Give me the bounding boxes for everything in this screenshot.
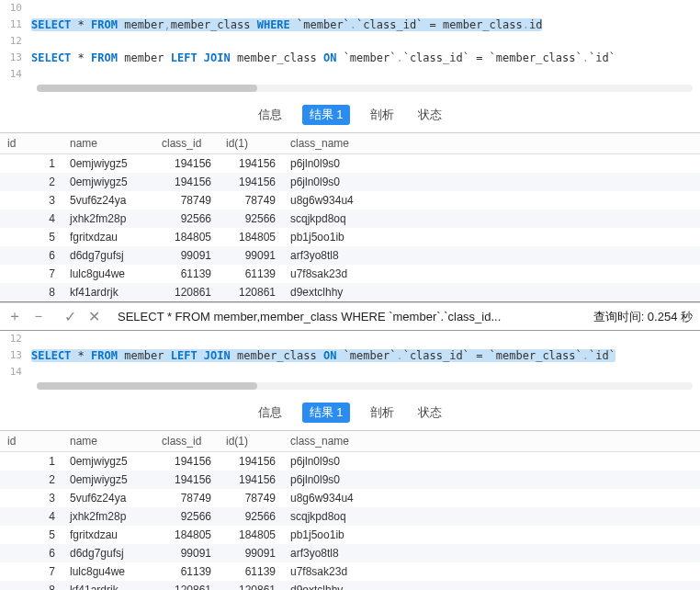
table-row[interactable]: 7lulc8gu4we6113961139u7f8sak23d <box>0 562 700 581</box>
tab-profile[interactable]: 剖析 <box>367 403 398 423</box>
code-line[interactable]: 11SELECT * FROM member,member_class WHER… <box>0 17 700 33</box>
code-line[interactable]: 12 <box>0 33 700 50</box>
col-header-id[interactable]: id <box>0 431 62 452</box>
tab-profile[interactable]: 剖析 <box>367 105 398 125</box>
sql-editor[interactable]: 1011SELECT * FROM member,member_class WH… <box>0 0 700 97</box>
cell-rownum: 3 <box>28 191 62 210</box>
cell-name: 0emjwiygz5 <box>62 154 154 174</box>
cell-class-name: d9extclhhy <box>283 283 393 301</box>
cell-id1: 120861 <box>219 283 283 301</box>
cell-id1: 92566 <box>219 507 283 526</box>
cell-class-name: p6jln0l9s0 <box>283 471 393 489</box>
line-number: 12 <box>0 331 31 347</box>
add-row-icon[interactable]: ＋ <box>7 307 22 326</box>
scrollbar-thumb[interactable] <box>37 382 257 390</box>
cell-class-name: d9extclhhy <box>283 581 393 590</box>
line-number: 13 <box>0 50 31 66</box>
cell-class-id: 61139 <box>154 265 219 283</box>
cell-name: kf41ardrjk <box>62 283 154 301</box>
result-grid[interactable]: idnameclass_idid(1)class_name10emjwiygz5… <box>0 132 700 302</box>
code-content[interactable] <box>31 364 700 380</box>
col-header-id1[interactable]: id(1) <box>219 431 283 452</box>
table-row[interactable]: 4jxhk2fm28p9256692566scqjkpd8oq <box>0 210 700 228</box>
table-row[interactable]: 35vuf6z24ya7874978749u8g6w934u4 <box>0 489 700 507</box>
col-header-class-id[interactable]: class_id <box>154 133 219 154</box>
code-line[interactable]: 12 <box>0 331 700 347</box>
cell-rownum: 8 <box>28 283 62 301</box>
remove-row-icon[interactable]: － <box>31 307 46 326</box>
col-header-class-name[interactable]: class_name <box>283 133 393 154</box>
cell-name: lulc8gu4we <box>62 562 154 581</box>
code-line[interactable]: 13SELECT * FROM member LEFT JOIN member_… <box>0 50 700 66</box>
tab-status[interactable]: 状态 <box>414 105 446 125</box>
cell-id1: 78749 <box>219 191 283 210</box>
cell-rownum: 6 <box>28 544 62 562</box>
table-row[interactable]: 20emjwiygz5194156194156p6jln0l9s0 <box>0 471 700 489</box>
table-row[interactable]: 6d6dg7gufsj9909199091arf3yo8tl8 <box>0 246 700 265</box>
code-content[interactable] <box>31 66 700 83</box>
result-grid[interactable]: idnameclass_idid(1)class_name10emjwiygz5… <box>0 430 700 590</box>
col-header-name[interactable]: name <box>62 431 154 452</box>
code-content[interactable] <box>31 0 700 17</box>
code-content[interactable]: SELECT * FROM member LEFT JOIN member_cl… <box>31 50 700 66</box>
code-content[interactable]: SELECT * FROM member,member_class WHERE … <box>31 17 700 33</box>
code-content[interactable] <box>31 331 700 347</box>
tab-result[interactable]: 结果 1 <box>302 403 351 423</box>
table-row[interactable]: 10emjwiygz5194156194156p6jln0l9s0 <box>0 452 700 471</box>
line-number: 14 <box>0 66 31 83</box>
cell-name: jxhk2fm28p <box>62 210 154 228</box>
cell-class-id: 78749 <box>154 489 219 507</box>
table-row[interactable]: 5fgritxdzau184805184805pb1j5oo1ib <box>0 228 700 246</box>
cell-class-id: 194156 <box>154 471 219 489</box>
cancel-icon[interactable]: ✕ <box>86 308 101 325</box>
cell-id1: 61139 <box>219 562 283 581</box>
tab-info[interactable]: 信息 <box>254 403 286 423</box>
horizontal-scrollbar[interactable] <box>37 382 693 390</box>
cell-class-name: u8g6w934u4 <box>283 489 393 507</box>
sql-editor[interactable]: 1213SELECT * FROM member LEFT JOIN membe… <box>0 331 700 395</box>
cell-class-name: scqjkpd8oq <box>283 210 393 228</box>
code-line[interactable]: 14 <box>0 66 700 83</box>
table-row[interactable]: 8kf41ardrjk120861120861d9extclhhy <box>0 283 700 301</box>
line-number: 12 <box>0 33 31 50</box>
horizontal-scrollbar[interactable] <box>37 85 693 92</box>
code-line[interactable]: 10 <box>0 0 700 17</box>
table-row[interactable]: 20emjwiygz5194156194156p6jln0l9s0 <box>0 173 700 191</box>
cell-name: 0emjwiygz5 <box>62 471 154 489</box>
cell-class-id: 120861 <box>154 581 219 590</box>
tab-info[interactable]: 信息 <box>254 105 286 125</box>
code-content[interactable] <box>31 33 700 50</box>
cell-name: jxhk2fm28p <box>62 507 154 526</box>
tab-result[interactable]: 结果 1 <box>302 105 351 125</box>
code-line[interactable]: 13SELECT * FROM member LEFT JOIN member_… <box>0 347 700 364</box>
table-row[interactable]: 35vuf6z24ya7874978749u8g6w934u4 <box>0 191 700 210</box>
table-row[interactable]: 5fgritxdzau184805184805pb1j5oo1ib <box>0 526 700 544</box>
scrollbar-thumb[interactable] <box>37 85 257 92</box>
cell-rownum: 4 <box>28 507 62 526</box>
table-row[interactable]: 6d6dg7gufsj9909199091arf3yo8tl8 <box>0 544 700 562</box>
selection-highlight: SELECT * FROM member,member_class WHERE … <box>31 18 542 31</box>
apply-icon[interactable]: ✓ <box>62 308 77 325</box>
cell-id1: 194156 <box>219 154 283 174</box>
col-header-id1[interactable]: id(1) <box>219 133 283 154</box>
code-line[interactable]: 14 <box>0 364 700 380</box>
col-header-name[interactable]: name <box>62 133 154 154</box>
code-content[interactable]: SELECT * FROM member LEFT JOIN member_cl… <box>31 347 700 364</box>
cell-class-name: pb1j5oo1ib <box>283 228 393 246</box>
table-row[interactable]: 7lulc8gu4we6113961139u7f8sak23d <box>0 265 700 283</box>
cell-name: 5vuf6z24ya <box>62 489 154 507</box>
tab-status[interactable]: 状态 <box>414 403 446 423</box>
col-header-class-name[interactable]: class_name <box>283 431 393 452</box>
table-row[interactable]: 8kf41ardrjk120861120861d9extclhhy <box>0 581 700 590</box>
cell-class-name: scqjkpd8oq <box>283 507 393 526</box>
table-row[interactable]: 10emjwiygz5194156194156p6jln0l9s0 <box>0 154 700 174</box>
col-header-class-id[interactable]: class_id <box>154 431 219 452</box>
cell-id1: 92566 <box>219 210 283 228</box>
cell-class-name: arf3yo8tl8 <box>283 544 393 562</box>
cell-rownum: 5 <box>28 526 62 544</box>
table-row[interactable]: 4jxhk2fm28p9256692566scqjkpd8oq <box>0 507 700 526</box>
col-header-id[interactable]: id <box>0 133 62 154</box>
cell-id1: 120861 <box>219 581 283 590</box>
cell-class-name: u8g6w934u4 <box>283 191 393 210</box>
query-panel: 1213SELECT * FROM member LEFT JOIN membe… <box>0 331 700 590</box>
